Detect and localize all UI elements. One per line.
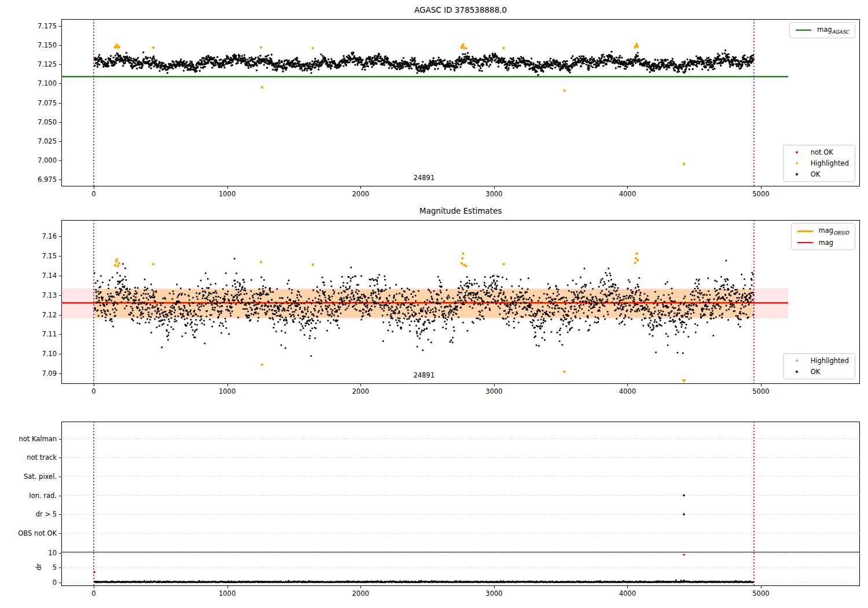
- y-tick-mark: [59, 457, 61, 458]
- top-plot: AGASC ID 378538888.0 24891 0100020003000…: [61, 19, 860, 186]
- legend-line-swatch: [797, 242, 813, 243]
- x-tick-label: 1000: [219, 190, 236, 198]
- legend-label: Highlighted: [811, 159, 849, 167]
- y-tick-mark: [59, 583, 61, 583]
- legend-dot-swatch: [789, 360, 805, 362]
- x-tick-mark: [494, 384, 495, 386]
- y-tick-mark: [59, 567, 61, 568]
- bottom-plot: dr 010002000300040005000not Kalmannot tr…: [61, 422, 860, 586]
- y-tick-label: 7.025: [38, 137, 57, 145]
- legend-entry: Highlighted: [789, 357, 849, 365]
- x-tick-label: 2000: [352, 387, 369, 395]
- x-tick-label: 5000: [752, 190, 769, 198]
- legend-entry: not OK: [789, 148, 849, 156]
- legend-line-swatch: [797, 230, 813, 232]
- x-tick-label: 0: [91, 190, 95, 198]
- legend-entry: mag: [797, 239, 849, 247]
- x-tick-mark: [761, 586, 762, 588]
- y-tick-label: 7.09: [42, 369, 57, 378]
- legend-mag_agasc_plot-bottom-right: not OKHighlightedOK: [783, 145, 855, 182]
- y-tick-mark: [59, 439, 61, 439]
- x-tick-mark: [494, 586, 495, 588]
- middle-plot-title: Magnitude Estimates: [61, 206, 860, 215]
- x-tick-label: 4000: [619, 190, 636, 198]
- top-plot-canvas: [61, 19, 860, 186]
- x-tick-mark: [761, 384, 762, 386]
- y-tick-label: 7.075: [38, 99, 57, 107]
- y-tick-label: 7.11: [42, 330, 57, 338]
- legend-dot-swatch: [789, 173, 805, 175]
- y-tick-mark: [59, 45, 61, 46]
- flag-tick-label: 0: [53, 578, 57, 587]
- y-tick-mark: [59, 122, 61, 123]
- y-tick-label: 7.15: [42, 252, 57, 260]
- legend-label: not OK: [811, 148, 833, 156]
- y-tick-mark: [59, 533, 61, 534]
- legend-entry: Highlighted: [789, 159, 849, 167]
- legend-magnitude_estimates_plot-bottom-right: HighlightedOK: [783, 353, 855, 379]
- x-tick-label: 0: [91, 589, 95, 598]
- y-tick-mark: [59, 354, 61, 354]
- x-tick-mark: [94, 384, 94, 386]
- legend-entry: magAGASC: [796, 25, 849, 35]
- x-tick-label: 2000: [352, 190, 369, 198]
- y-tick-label: 7.13: [42, 291, 57, 299]
- flag-tick-label: dr > 5: [36, 510, 57, 518]
- y-tick-label: 7.000: [38, 156, 57, 164]
- x-tick-label: 3000: [486, 589, 502, 598]
- y-tick-mark: [59, 103, 61, 104]
- legend-line-swatch: [796, 30, 811, 31]
- x-tick-label: 0: [91, 387, 95, 395]
- y-tick-mark: [59, 496, 61, 496]
- x-tick-label: 4000: [619, 387, 636, 395]
- legend-label: magAGASC: [817, 25, 849, 35]
- y-tick-mark: [59, 256, 61, 257]
- y-tick-mark: [59, 334, 61, 335]
- bottom-plot-canvas: [61, 422, 860, 586]
- legend-dot-swatch: [789, 371, 805, 373]
- x-tick-mark: [761, 186, 762, 189]
- x-tick-mark: [94, 586, 94, 588]
- y-tick-mark: [59, 477, 61, 477]
- x-tick-label: 1000: [219, 589, 236, 598]
- flag-tick-label: Sat. pixel.: [24, 473, 57, 481]
- x-tick-label: 3000: [486, 387, 502, 395]
- y-tick-label: 7.100: [38, 79, 57, 87]
- y-tick-mark: [59, 514, 61, 515]
- y-tick-label: 7.16: [42, 232, 57, 240]
- x-tick-mark: [627, 586, 628, 588]
- y-tick-label: 7.14: [42, 272, 57, 280]
- y-tick-label: 7.10: [42, 350, 57, 358]
- x-tick-mark: [361, 384, 361, 386]
- flag-tick-label: not track: [27, 453, 57, 462]
- y-tick-mark: [59, 26, 61, 27]
- y-tick-label: 7.050: [38, 118, 57, 126]
- y-tick-mark: [59, 180, 61, 180]
- x-tick-label: 1000: [219, 387, 236, 395]
- y-tick-mark: [59, 315, 61, 316]
- legend-label: mag: [819, 239, 834, 247]
- legend-label: Highlighted: [811, 357, 849, 365]
- legend-dot-swatch: [789, 162, 805, 164]
- y-tick-mark: [59, 373, 61, 374]
- x-tick-label: 5000: [752, 589, 769, 598]
- y-tick-mark: [59, 160, 61, 161]
- x-tick-label: 3000: [486, 190, 502, 198]
- legend-magnitude_estimates_plot-top-right: magOBSIDmag: [791, 223, 855, 250]
- x-tick-mark: [361, 186, 361, 189]
- legend-label: OK: [811, 170, 821, 178]
- y-tick-mark: [59, 64, 61, 65]
- flag-tick-label: not Kalman: [19, 435, 57, 443]
- y-tick-label: 7.12: [42, 311, 57, 319]
- legend-label: OK: [811, 368, 821, 376]
- middle-plot: Magnitude Estimates 24891 01000200030004…: [61, 220, 860, 384]
- y-tick-mark: [59, 141, 61, 142]
- dr-axis-label: dr: [35, 563, 43, 570]
- legend-entry: OK: [789, 368, 849, 376]
- legend-label: magOBSID: [819, 226, 849, 236]
- y-tick-label: 7.150: [38, 41, 57, 49]
- x-tick-mark: [227, 186, 228, 189]
- x-tick-label: 2000: [352, 589, 369, 598]
- flag-tick-label: 5: [53, 563, 57, 572]
- flag-tick-label: Ion. rad.: [29, 492, 57, 500]
